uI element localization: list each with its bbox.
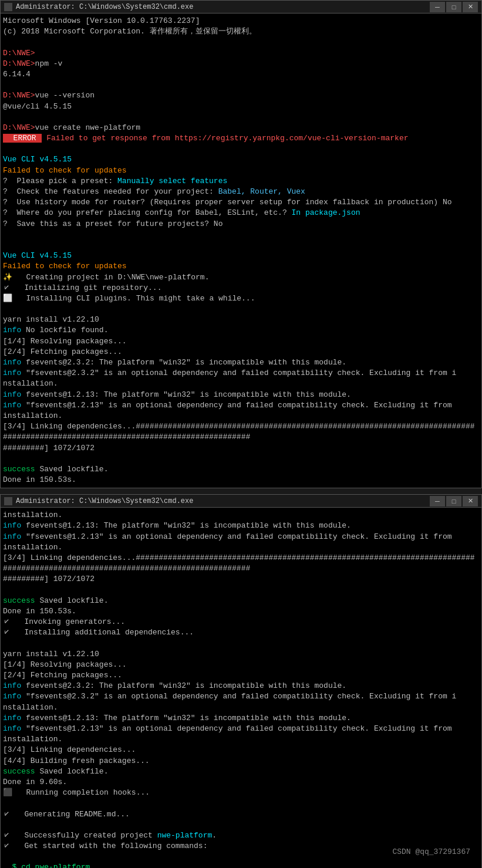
w2-line-24: success Saved lockfile. xyxy=(3,766,479,777)
line-15: Failed to check for updates xyxy=(3,166,479,176)
line-14: Vue CLI v4.5.15 xyxy=(3,154,479,165)
line-16: ? Please pick a preset: Manually select … xyxy=(3,176,479,187)
titlebar-title-1: Administrator: C:\Windows\System32\cmd.e… xyxy=(16,3,430,11)
w2-line-22: [3/4] Linking dependencies... xyxy=(3,745,479,755)
line-43: Done in 150.53s. xyxy=(3,475,479,485)
line-23: Vue CLI v4.5.15 xyxy=(3,251,479,261)
line-26: 🗸 Initializing git repository... xyxy=(3,283,479,293)
w2-line-12 xyxy=(3,639,479,649)
page-container: Administrator: C:\Windows\System32\cmd.e… xyxy=(0,0,482,868)
line-24: Failed to check for updates xyxy=(3,261,479,272)
line-32: [2/4] Fetching packages... xyxy=(3,347,479,357)
w2-line-27 xyxy=(3,798,479,809)
titlebar-buttons-1: ─ □ ✕ xyxy=(430,2,478,12)
line-5: D:\NWE>npm -v xyxy=(3,59,479,69)
line-9: @vue/cli 4.5.15 xyxy=(3,102,479,112)
terminal-window-1: Administrator: C:\Windows\System32\cmd.e… xyxy=(0,0,482,488)
line-30: info No lockfile found. xyxy=(3,325,479,336)
w2-line-9: Done in 150.53s. xyxy=(3,606,479,617)
titlebar-1: Administrator: C:\Windows\System32\cmd.e… xyxy=(1,1,481,13)
line-12: ERROR Failed to get response from https:… xyxy=(3,133,479,144)
maximize-button-1[interactable]: □ xyxy=(446,2,461,12)
titlebar-2: Administrator: C:\Windows\System32\cmd.e… xyxy=(1,495,481,508)
w2-line-20: info "fsevents@1.2.13" is an optional de… xyxy=(3,724,479,734)
minimize-button-1[interactable]: ─ xyxy=(430,2,445,12)
cmd-icon-2 xyxy=(4,497,12,505)
w2-line-15: [2/4] Fetching packages... xyxy=(3,670,479,681)
close-button-2[interactable]: ✕ xyxy=(463,496,478,506)
w2-line-8: success Saved lockfile. xyxy=(3,596,479,606)
line-42: success Saved lockfile. xyxy=(3,464,479,475)
w2-line-25: Done in 9.60s. xyxy=(3,777,479,788)
line-34: info "fsevents@2.3.2" is an optional dep… xyxy=(3,368,479,379)
titlebar-buttons-2: ─ □ ✕ xyxy=(430,496,478,506)
line-40: #########] 1072/1072 xyxy=(3,443,479,454)
line-2: (c) 2018 Microsoft Corporation. 著作權所有，並保… xyxy=(3,26,479,37)
w2-line-5: [3/4] Linking dependencies...###########… xyxy=(3,553,479,574)
w2-line-10: 🗸 Invoking generators... xyxy=(3,617,479,627)
titlebar-title-2: Administrator: C:\Windows\System32\cmd.e… xyxy=(16,497,430,505)
w2-line-3: info "fsevents@1.2.13" is an optional de… xyxy=(3,532,479,542)
line-18: ? Use history mode for router? (Requires… xyxy=(3,197,479,208)
maximize-button-2[interactable]: □ xyxy=(446,496,461,506)
terminal-content-2: installation. info fsevents@1.2.13: The … xyxy=(1,508,481,868)
w2-line-21: installation. xyxy=(3,734,479,745)
line-37: info "fsevents@1.2.13" is an optional de… xyxy=(3,400,479,411)
line-1: Microsoft Windows [Version 10.0.17763.22… xyxy=(3,16,479,26)
w2-line-19: info fsevents@1.2.13: The platform "win3… xyxy=(3,713,479,724)
line-39: [3/4] Linking dependencies...###########… xyxy=(3,421,479,443)
line-8: D:\NWE>vue --version xyxy=(3,90,479,101)
line-11: D:\NWE>vue create nwe-platform xyxy=(3,123,479,133)
w2-line-30: 🗸 Successfully created project nwe-platf… xyxy=(3,830,479,841)
line-22 xyxy=(3,240,479,251)
line-38: installation. xyxy=(3,411,479,421)
line-10 xyxy=(3,112,479,123)
w2-line-13: yarn install v1.22.10 xyxy=(3,649,479,660)
line-28 xyxy=(3,304,479,315)
w2-line-17: info "fsevents@2.3.2" is an optional dep… xyxy=(3,691,479,702)
cmd-icon xyxy=(4,3,12,11)
w2-line-29 xyxy=(3,820,479,830)
line-13 xyxy=(3,144,479,154)
w2-line-6: #########] 1072/1072 xyxy=(3,574,479,585)
w2-line-4: installation. xyxy=(3,542,479,553)
w2-line-7 xyxy=(3,585,479,596)
line-41 xyxy=(3,454,479,464)
line-33: info fsevents@2.3.2: The platform "win32… xyxy=(3,357,479,368)
line-27: ⬜ Installing CLI plugins. This might tak… xyxy=(3,293,479,304)
line-6: 6.14.4 xyxy=(3,69,479,80)
line-21 xyxy=(3,229,479,240)
line-4: D:\NWE> xyxy=(3,48,479,59)
w2-line-33: $ cd nwe-platform xyxy=(3,862,479,868)
line-3 xyxy=(3,37,479,48)
w2-line-18: nstallation. xyxy=(3,702,479,713)
line-20: ? Save this as a preset for future proje… xyxy=(3,219,479,229)
w2-line-11: 🗸 Installing additional dependencies... xyxy=(3,627,479,638)
line-35: nstallation. xyxy=(3,379,479,389)
line-29: yarn install v1.22.10 xyxy=(3,315,479,325)
w2-line-2: info fsevents@1.2.13: The platform "win3… xyxy=(3,521,479,531)
terminal-content-1: Microsoft Windows [Version 10.0.17763.22… xyxy=(1,13,481,488)
watermark: CSDN @qq_37291367 xyxy=(392,847,470,856)
terminal-window-2: Administrator: C:\Windows\System32\cmd.e… xyxy=(0,494,482,868)
w2-line-14: [1/4] Resolving packages... xyxy=(3,660,479,670)
w2-line-28: 🗸 Generating README.md... xyxy=(3,809,479,820)
line-7 xyxy=(3,80,479,90)
line-31: [1/4] Resolving packages... xyxy=(3,336,479,347)
w2-line-16: info fsevents@2.3.2: The platform "win32… xyxy=(3,681,479,691)
close-button-1[interactable]: ✕ xyxy=(463,2,478,12)
w2-line-1: installation. xyxy=(3,510,479,521)
w2-line-23: [4/4] Building fresh packages... xyxy=(3,756,479,766)
line-25: ✨ Creating project in D:\NWE\nwe-platfor… xyxy=(3,272,479,283)
w2-line-26: ⬛ Running completion hooks... xyxy=(3,788,479,798)
minimize-button-2[interactable]: ─ xyxy=(430,496,445,506)
line-19: ? Where do you prefer placing config for… xyxy=(3,208,479,218)
line-17: ? Check the features needed for your pro… xyxy=(3,187,479,197)
line-36: info fsevents@1.2.13: The platform "win3… xyxy=(3,390,479,400)
